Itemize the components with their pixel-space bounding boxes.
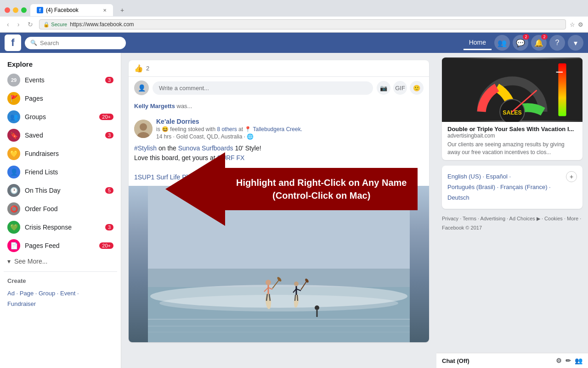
notifications-button[interactable]: 🔔 2 [531,35,547,51]
tab-favicon: f [37,7,43,13]
post-text: #Stylish on the Sunova Surfboards 10' St… [129,140,429,186]
svg-point-14 [266,280,271,285]
chat-settings-icon[interactable]: ⚙ [556,357,562,364]
search-icon: 🔍 [30,40,37,46]
post-meta: is 😆 feeling stoked with 8 others at 📍 T… [156,126,424,132]
ad-choices-link[interactable]: Ad Choices [509,216,535,221]
others-link[interactable]: 8 others [217,126,237,132]
chat-compose-icon[interactable]: ✏ [565,357,571,364]
ad-card: SALES [442,58,582,160]
post-card: 👍 2 👤 Write a comment... 📷 GIF 🙂 [129,60,429,342]
comment-input[interactable]: Write a comment... [153,81,373,95]
create-fundraiser-link[interactable]: Fundraiser [7,300,36,307]
language-english[interactable]: English (US) [447,173,481,180]
sidebar-item-friend-lists[interactable]: 👤 Friend Lists [4,163,117,181]
sidebar-item-crisis-response[interactable]: 💚 Crisis Response 3 [4,218,117,236]
maximize-window-button[interactable] [21,7,27,13]
ad-title[interactable]: Double or Triple Your Sales With Vacatio… [447,126,577,132]
sidebar-item-events[interactable]: 29 Events 3 [4,71,117,89]
friend-requests-button[interactable]: 👥 [494,35,510,51]
location-link[interactable]: Tallebudgera Creek. [253,126,302,132]
fb-search-bar[interactable]: 🔍 [25,37,126,49]
hashtag-stylish[interactable]: #Stylish [134,144,157,152]
cookies-link[interactable]: Cookies [544,216,563,221]
copyright-text: Facebook © 2017 [442,225,482,230]
svg-point-1 [140,123,147,131]
sidebar-item-order-food[interactable]: ⭕ Order Food [4,200,117,218]
extensions-icon[interactable]: ⚙ [578,21,583,28]
left-sidebar: Explore 29 Events 3 🚩 Pages 👥 Groups 20+… [0,53,121,368]
forward-button[interactable]: › [15,20,22,29]
messages-button[interactable]: 💬 2 [513,35,528,51]
language-french[interactable]: Français (France) [500,184,548,190]
language-german[interactable]: Deutsch [447,194,469,201]
create-page-link[interactable]: Page [20,290,34,297]
language-portuguese[interactable]: Português (Brasil) [447,184,495,190]
commenter-avatar: 👤 [134,80,149,95]
create-ad-link[interactable]: Ad [7,290,15,297]
see-more-button[interactable]: ▾ See More... [4,255,117,268]
surf-fx-link[interactable]: SURF FX [217,154,245,161]
friend-lists-icon: 👤 [7,166,20,178]
friends-icon: 👥 [498,39,507,47]
browser-tab[interactable]: f (4) Facebook ✕ [30,4,113,16]
sidebar-item-pages-feed[interactable]: 📄 Pages Feed 20+ [4,236,117,255]
author-name[interactable]: Ke'ale Dorries [156,118,424,125]
create-event-link[interactable]: Event [60,290,75,297]
comment-bar: 👤 Write a comment... 📷 GIF 🙂 [129,77,429,99]
ad-description: Our clients are seeing amazing results b… [447,141,577,156]
sidebar-item-label: Order Food [25,205,58,213]
sidebar-item-fundraisers[interactable]: 💛 Fundraisers [4,144,117,163]
chat-friends-icon[interactable]: 👥 [575,357,582,364]
bookmark-icon[interactable]: ☆ [570,21,575,28]
sidebar-item-pages[interactable]: 🚩 Pages [4,89,117,108]
groups-icon: 👥 [7,110,20,123]
reload-button[interactable]: ↻ [25,20,35,29]
sidebar-item-label: Pages Feed [25,242,60,249]
terms-link[interactable]: Terms [463,216,476,221]
language-links: English (US) · Español · Português (Bras… [447,171,551,203]
create-group-link[interactable]: Group [39,290,55,297]
add-language-button[interactable]: + [566,171,577,182]
help-button[interactable]: ? [549,35,565,51]
sidebar-item-on-this-day[interactable]: 🕐 On This Day 5 [4,181,117,200]
address-text: https://www.facebook.com [70,21,562,28]
gif-icon[interactable]: GIF [393,81,407,95]
minimize-window-button[interactable] [13,7,18,13]
ad-content: Double or Triple Your Sales With Vacatio… [442,122,582,160]
chat-label: Chat (Off) [442,357,469,364]
sticker-icon[interactable]: 🙂 [410,81,424,95]
svg-text:SALES: SALES [503,109,521,116]
sidebar-item-label: Groups [25,113,46,121]
author-avatar [134,120,153,138]
sidebar-item-groups[interactable]: 👥 Groups 20+ [4,108,117,126]
author-feeling: is 😆 feeling stoked with [156,126,217,132]
sidebar-item-saved[interactable]: 🔖 Saved 3 [4,126,117,144]
home-nav-button[interactable]: Home [464,36,492,50]
post-time: 14 hrs [156,133,171,140]
language-spanish[interactable]: Español [486,173,508,180]
search-input[interactable] [40,40,120,46]
chat-bar: Chat (Off) ⚙ ✏ 👥 [436,353,588,368]
new-tab-button[interactable]: + [117,4,128,17]
comment-actions: 📷 GIF 🙂 [377,81,424,95]
tab-close-button[interactable]: ✕ [103,8,107,13]
sidebar-item-label: Events [25,76,45,84]
post-author-row: Ke'ale Dorries is 😆 feeling stoked with … [129,113,429,140]
sunova-link[interactable]: Sunova Surfboards [178,144,233,152]
privacy-link[interactable]: Privacy [442,216,458,221]
kelly-name[interactable]: Kelly Margetts [134,103,175,109]
sidebar-item-label: Fundraisers [25,150,59,157]
back-button[interactable]: ‹ [5,20,11,29]
sidebar-divider [4,271,117,272]
more-link[interactable]: More [567,216,578,221]
address-bar[interactable]: 🔒 Secure https://www.facebook.com [39,19,566,29]
fb-nav: Home 👥 💬 2 🔔 2 ? ▾ [464,35,583,51]
ad-image: SALES [442,58,582,122]
notifications-badge: 2 [541,34,548,40]
camera-icon[interactable]: 📷 [377,81,390,95]
account-menu-button[interactable]: ▾ [568,35,583,51]
svg-line-19 [297,295,298,301]
advertising-link[interactable]: Advertising [481,216,505,221]
close-window-button[interactable] [5,7,10,13]
